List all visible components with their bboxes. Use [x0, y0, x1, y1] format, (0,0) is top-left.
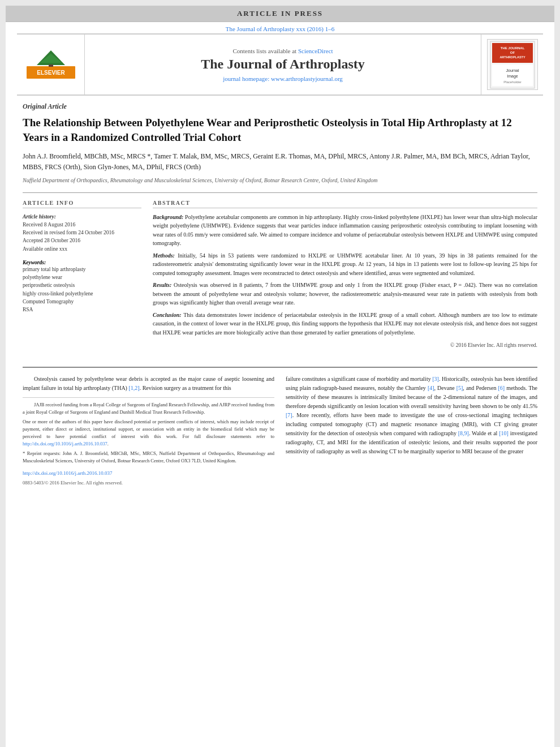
journal-logo-box: THE JOURNAL OF ARTHROPLASTY Journal Imag… [487, 39, 538, 90]
ref-3: [3] [432, 376, 439, 382]
history-label: Article history: [23, 213, 141, 221]
ref-4: [4] [428, 385, 434, 391]
received-date: Received 8 August 2016 [23, 221, 141, 229]
available-date: Available online xxx [23, 245, 141, 253]
ref-5: [5] [456, 385, 463, 391]
journal-citation: The Journal of Arthroplasty xxx (2016) 1… [226, 25, 334, 32]
keyword-5: Computed Tomography [23, 298, 141, 306]
results-label: Results: [153, 282, 171, 288]
article-info-label: ARTICLE INFO [23, 200, 141, 208]
svg-text:THE JOURNAL: THE JOURNAL [500, 46, 524, 50]
abstract-column: ABSTRACT Background: Polyethylene acetab… [153, 200, 537, 350]
sciencedirect-line: Contents lists available at ScienceDirec… [232, 48, 333, 54]
footnote-2: One or more of the authors of this paper… [23, 418, 274, 447]
homepage-line: journal homepage: www.arthroplastyjourna… [223, 75, 343, 82]
authors: John A.J. Broomfield, MBChB, MSc, MRCS *… [23, 151, 537, 173]
abstract-background: Background: Polyethylene acetabular comp… [153, 213, 537, 248]
abstract-results: Results: Osteolysis was observed in 8 pa… [153, 281, 537, 307]
journal-logo-area: THE JOURNAL OF ARTHROPLASTY Journal Imag… [481, 35, 543, 95]
methods-label: Methods: [153, 252, 175, 259]
keyword-2: polyethylene wear [23, 273, 141, 281]
footnote-1: JAJB received funding from a Royal Colle… [23, 401, 274, 416]
article-title: The Relationship Between Polyethylene We… [23, 115, 537, 144]
svg-text:Image: Image [507, 74, 518, 79]
sciencedirect-link[interactable]: ScienceDirect [298, 48, 333, 54]
svg-text:OF: OF [510, 51, 515, 54]
revised-date: Received in revised form 24 October 2016 [23, 229, 141, 237]
body-content: Osteolysis caused by polyethylene wear d… [6, 368, 554, 499]
keywords-label: Keywords: [23, 260, 141, 265]
body-col-left: Osteolysis caused by polyethylene wear d… [23, 375, 274, 487]
journal-title: The Journal of Arthroplasty [201, 57, 365, 72]
doi-link[interactable]: http://dx.doi.org/10.1016/j.arth.2016.10… [23, 469, 274, 477]
abstract-text: Background: Polyethylene acetabular comp… [153, 213, 537, 350]
ref-10: [10] [499, 430, 509, 436]
issn-line: 0883-5403/© 2016 Elsevier Inc. All right… [23, 479, 274, 487]
aip-banner: ARTICLE IN PRESS [6, 6, 554, 22]
ref-6: [6] [498, 385, 505, 391]
footnote-3: * Reprint requests: John A. J. Broomfiel… [23, 450, 274, 465]
ref-7: [7] [286, 412, 292, 418]
homepage-label: journal homepage: [223, 75, 269, 82]
background-text: Polyethylene acetabular components are c… [153, 214, 537, 247]
footnotes: JAJB received funding from a Royal Colle… [23, 397, 274, 465]
article-info-abstract: ARTICLE INFO Article history: Received 8… [23, 192, 537, 350]
journal-info-center: Contents lists available at ScienceDirec… [85, 35, 481, 95]
contents-text: Contents lists available at [232, 48, 296, 54]
aip-banner-text: ARTICLE IN PRESS [237, 9, 323, 18]
svg-rect-4 [49, 65, 53, 67]
elsevier-logo-area: ELSEVIER [17, 35, 85, 95]
svg-text:ELSEVIER: ELSEVIER [37, 70, 65, 76]
journal-header: ELSEVIER Contents lists available at Sci… [17, 33, 543, 96]
keyword-1: primary total hip arthroplasty [23, 265, 141, 273]
affiliation: Nuffield Department of Orthopaedics, Rhe… [23, 177, 537, 184]
article-content: Original Article The Relationship Betwee… [6, 96, 554, 361]
keywords-section: Keywords: primary total hip arthroplasty… [23, 260, 141, 314]
methods-text: Initially, 54 hips in 53 patients were r… [153, 252, 537, 276]
svg-marker-3 [40, 54, 62, 63]
ref-8-9: [8,9] [458, 430, 469, 436]
journal-logo-icon: THE JOURNAL OF ARTHROPLASTY Journal Imag… [490, 41, 535, 89]
body-para-1: Osteolysis caused by polyethylene wear d… [23, 375, 274, 393]
journal-link-bar: The Journal of Arthroplasty xxx (2016) 1… [6, 22, 554, 33]
ref-1-2: [1,2] [128, 385, 139, 391]
article-history: Article history: Received 8 August 2016 … [23, 213, 141, 253]
elsevier-logo-icon: ELSEVIER [25, 49, 76, 80]
body-para-right-1: failure constitutes a significant cause … [286, 375, 537, 456]
article-type: Original Article [23, 102, 537, 111]
disclosure-link[interactable]: http://dx.doi.org/10.1016/j.arth.2016.10… [23, 441, 107, 447]
history-group: Article history: Received 8 August 2016 … [23, 213, 141, 253]
svg-text:Placeholder: Placeholder [503, 80, 522, 84]
abstract-methods: Methods: Initially, 54 hips in 53 patien… [153, 251, 537, 278]
background-label: Background: [153, 214, 183, 220]
results-text: Osteolysis was observed in 8 patients, 7… [153, 282, 537, 306]
copyright: © 2016 Elsevier Inc. All rights reserved… [153, 341, 537, 350]
keyword-6: RSA [23, 306, 141, 314]
body-col-right: failure constitutes a significant cause … [286, 375, 537, 487]
abstract-label: ABSTRACT [153, 200, 537, 208]
homepage-url[interactable]: www.arthroplastyjournal.org [271, 75, 343, 82]
keyword-4: highly cross-linked polyethylene [23, 290, 141, 298]
conclusion-text: This data demonstrates lower incidence o… [153, 312, 537, 336]
svg-text:Journal: Journal [506, 68, 519, 72]
abstract-conclusion: Conclusion: This data demonstrates lower… [153, 311, 537, 337]
keyword-3: periprosthetic osteolysis [23, 281, 141, 289]
article-info-column: ARTICLE INFO Article history: Received 8… [23, 200, 141, 350]
conclusion-label: Conclusion: [153, 312, 182, 318]
svg-text:ARTHROPLASTY: ARTHROPLASTY [499, 55, 525, 59]
page: ARTICLE IN PRESS The Journal of Arthropl… [6, 6, 554, 747]
accepted-date: Accepted 28 October 2016 [23, 237, 141, 244]
